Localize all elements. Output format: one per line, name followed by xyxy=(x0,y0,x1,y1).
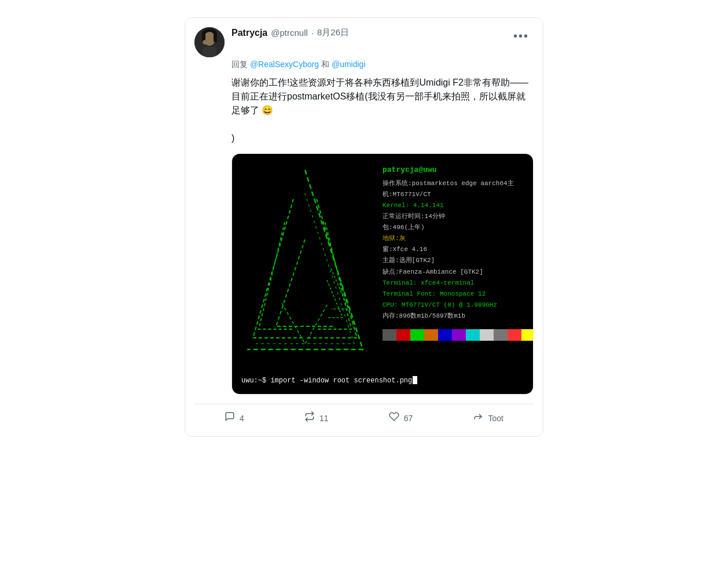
retweet-button[interactable]: 11 xyxy=(297,407,336,429)
retweet-icon xyxy=(304,411,315,425)
svg-point-6 xyxy=(203,40,208,45)
color-swatch-brightred xyxy=(508,329,521,341)
color-swatch-purple xyxy=(452,329,466,341)
color-swatch-lightgray xyxy=(480,329,494,341)
terminal-line-4: 正常运行时间:14分钟 xyxy=(383,212,534,222)
emoji: 😄 xyxy=(262,105,273,115)
like-icon xyxy=(389,411,399,425)
tweet-header-left: Patrycja @ptrcnull · 8月26日 xyxy=(194,27,349,57)
reply-to: 回复 @RealSexyCyborg 和 @umidigi xyxy=(231,60,534,70)
terminal-cmd: uwu:~$ import -window root screenshot.pn… xyxy=(241,371,524,386)
user-name-row: Patrycja @ptrcnull · 8月26日 xyxy=(231,27,349,38)
timestamp: 8月26日 xyxy=(317,27,349,38)
reply-button[interactable]: 4 xyxy=(218,407,251,429)
tweet-header: Patrycja @ptrcnull · 8月26日 ••• xyxy=(194,27,534,57)
terminal-info: patrycja@uwu 操作系统:postmarketos edge aarc… xyxy=(374,164,534,365)
like-count: 67 xyxy=(404,414,413,423)
display-name: Patrycja xyxy=(231,28,267,38)
color-swatch-red xyxy=(396,329,410,341)
user-info: Patrycja @ptrcnull · 8月26日 xyxy=(231,27,349,38)
terminal-username: patrycja@uwu xyxy=(383,164,534,176)
reply-count: 4 xyxy=(240,414,244,423)
color-swatch-darkgray xyxy=(383,329,396,341)
body-text: 谢谢你的工作!这些资源对于将各种东西移植到Umidigi F2非常有帮助——目前… xyxy=(231,78,528,115)
like-button[interactable]: 67 xyxy=(382,407,420,429)
toot-label: Toot xyxy=(488,414,503,423)
color-swatch-yellow xyxy=(521,329,534,341)
terminal-cmd-text: uwu:~$ import -window root screenshot.pn… xyxy=(241,377,412,385)
svg-rect-5 xyxy=(203,47,216,57)
terminal-line-5: 包:496(上年) xyxy=(383,223,534,233)
terminal-line-12: CPU: MT6771V/CT (8) @ 1.989GHz xyxy=(383,300,534,310)
reply-mention-2[interactable]: @umidigi xyxy=(332,60,366,69)
color-swatch-orange xyxy=(424,329,438,341)
terminal-line-6: 地狱:灰 xyxy=(383,234,534,244)
terminal-art xyxy=(241,164,374,365)
user-handle[interactable]: @ptrcnull xyxy=(271,28,308,38)
svg-rect-4 xyxy=(214,32,217,42)
color-swatch-green xyxy=(410,329,424,341)
terminal-top: patrycja@uwu 操作系统:postmarketos edge aarc… xyxy=(241,164,524,365)
more-options-icon[interactable]: ••• xyxy=(509,27,534,45)
terminal-line-10: Terminal: xfce4-terminal xyxy=(383,278,534,288)
reply-mention-1[interactable]: @RealSexyCyborg xyxy=(250,60,319,69)
tweet-card: Patrycja @ptrcnull · 8月26日 ••• 回复 @RealS… xyxy=(185,17,543,437)
reply-icon xyxy=(225,411,235,425)
terminal-line-2: 机:MT6771V/CT xyxy=(383,190,534,200)
terminal-screenshot: patrycja@uwu 操作系统:postmarketos edge aarc… xyxy=(232,154,533,394)
body-text-2: ) xyxy=(231,133,234,143)
terminal-line-13: 内存:896数m1b/5897数m1b xyxy=(383,311,534,321)
terminal-line-9: 缺点:Faenza-Ambiance [GTK2] xyxy=(383,267,534,277)
tweet-actions: 4 11 67 xyxy=(194,404,534,436)
share-icon xyxy=(473,411,483,425)
tweet-image: patrycja@uwu 操作系统:postmarketos edge aarc… xyxy=(231,153,534,395)
arch-logo-art xyxy=(241,164,369,361)
avatar[interactable] xyxy=(194,27,225,57)
terminal-line-1: 操作系统:postmarketos edge aarch64主 xyxy=(383,179,534,189)
terminal-line-8: 主题:选用[GTK2] xyxy=(383,256,534,266)
terminal-cursor xyxy=(413,376,417,384)
terminal-color-bar xyxy=(383,329,534,341)
color-swatch-cyan xyxy=(466,329,480,341)
terminal-line-3: Kernel: 4.14.141 xyxy=(383,201,534,211)
terminal-line-11: Terminal Font: Monospace 12 xyxy=(383,289,534,299)
tweet-body: 谢谢你的工作!这些资源对于将各种东西移植到Umidigi F2非常有帮助——目前… xyxy=(231,76,534,145)
retweet-count: 11 xyxy=(319,414,329,423)
dot-separator: · xyxy=(311,28,314,38)
color-swatch-blue xyxy=(438,329,452,341)
share-button[interactable]: Toot xyxy=(466,407,510,429)
avatar-image xyxy=(194,27,225,57)
terminal-line-7: 窗:Xfce 4.16 xyxy=(383,245,534,255)
color-swatch-darkgray2 xyxy=(494,329,508,341)
